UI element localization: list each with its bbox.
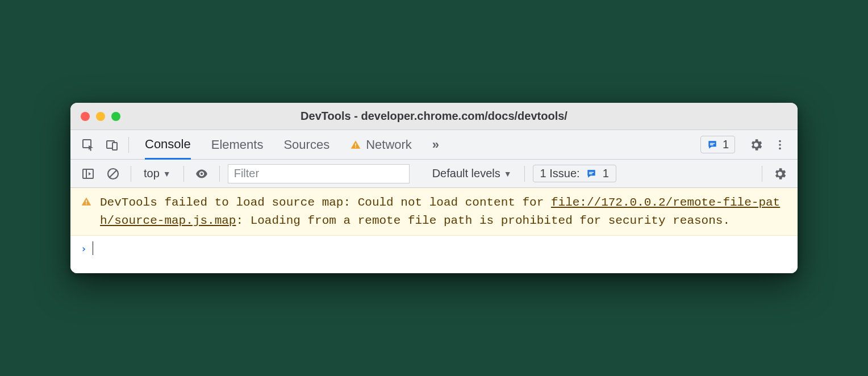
console-output: DevTools failed to load source map: Coul… xyxy=(70,188,798,273)
maximize-window-button[interactable] xyxy=(111,112,120,121)
console-warning-row: DevTools failed to load source map: Coul… xyxy=(70,188,798,236)
chevron-down-icon: ▼ xyxy=(163,169,171,178)
svg-rect-3 xyxy=(355,143,356,145)
more-menu-icon[interactable] xyxy=(770,135,790,154)
tabs-overflow-button[interactable]: » xyxy=(432,130,439,159)
panel-tabs: Console Elements Sources Network » xyxy=(145,130,439,159)
tab-network[interactable]: Network xyxy=(350,130,412,159)
svg-point-14 xyxy=(201,172,203,174)
tab-console[interactable]: Console xyxy=(145,131,191,160)
traffic-lights xyxy=(81,112,120,121)
issue-bubble-icon xyxy=(586,168,597,179)
filter-input[interactable] xyxy=(228,164,410,183)
issues-count: 1 xyxy=(603,167,609,180)
svg-point-7 xyxy=(779,140,781,142)
svg-rect-4 xyxy=(355,146,356,147)
window-title: DevTools - developer.chrome.com/docs/dev… xyxy=(301,110,567,123)
svg-point-8 xyxy=(779,144,781,146)
divider xyxy=(219,166,220,182)
divider xyxy=(524,166,525,182)
issues-summary[interactable]: 1 Issue: 1 xyxy=(533,165,616,182)
warning-suffix: : Loading from a remote file path is pro… xyxy=(236,214,730,227)
issue-bubble-icon xyxy=(707,139,718,151)
issues-label: 1 Issue: xyxy=(540,167,580,180)
warning-triangle-icon xyxy=(350,139,361,151)
svg-rect-10 xyxy=(83,169,93,178)
tab-network-label: Network xyxy=(366,137,412,152)
svg-rect-2 xyxy=(112,143,117,150)
svg-point-9 xyxy=(779,147,781,149)
close-window-button[interactable] xyxy=(81,112,90,121)
text-cursor xyxy=(93,241,94,255)
devtools-window: DevTools - developer.chrome.com/docs/dev… xyxy=(70,103,798,273)
tab-sources[interactable]: Sources xyxy=(283,130,329,159)
divider xyxy=(183,166,184,182)
svg-line-13 xyxy=(110,170,116,177)
prompt-caret-icon: › xyxy=(81,243,87,254)
chevron-down-icon: ▼ xyxy=(504,169,512,178)
divider xyxy=(762,166,762,182)
divider xyxy=(131,166,131,182)
svg-rect-5 xyxy=(710,143,715,144)
svg-rect-18 xyxy=(86,203,87,204)
console-settings-gear-icon[interactable] xyxy=(770,164,790,183)
clear-console-icon[interactable] xyxy=(103,164,123,183)
svg-rect-15 xyxy=(589,172,593,173)
main-toolbar: Console Elements Sources Network » 1 xyxy=(70,130,798,160)
console-prompt[interactable]: › xyxy=(70,236,798,261)
toggle-sidebar-icon[interactable] xyxy=(78,164,98,183)
minimize-window-button[interactable] xyxy=(96,112,105,121)
warning-triangle-icon xyxy=(81,196,92,207)
device-toolbar-icon[interactable] xyxy=(102,135,122,154)
settings-gear-icon[interactable] xyxy=(746,135,766,154)
svg-rect-16 xyxy=(589,173,592,174)
tab-elements[interactable]: Elements xyxy=(211,130,264,159)
title-bar: DevTools - developer.chrome.com/docs/dev… xyxy=(70,103,798,130)
warning-prefix: DevTools failed to load source map: Coul… xyxy=(100,196,551,209)
inspect-element-icon[interactable] xyxy=(78,135,98,154)
issues-button[interactable]: 1 xyxy=(700,136,735,153)
divider xyxy=(128,137,129,153)
log-levels-label: Default levels xyxy=(432,167,500,180)
issues-count: 1 xyxy=(723,138,729,151)
svg-rect-17 xyxy=(86,200,87,203)
context-selector[interactable]: top ▼ xyxy=(139,166,176,181)
context-label: top xyxy=(144,167,160,180)
log-levels-dropdown[interactable]: Default levels ▼ xyxy=(428,166,516,181)
live-expression-icon[interactable] xyxy=(192,164,211,183)
warning-message: DevTools failed to load source map: Coul… xyxy=(100,194,787,229)
svg-rect-6 xyxy=(710,144,713,145)
console-toolbar: top ▼ Default levels ▼ 1 Issue: 1 xyxy=(70,160,798,188)
